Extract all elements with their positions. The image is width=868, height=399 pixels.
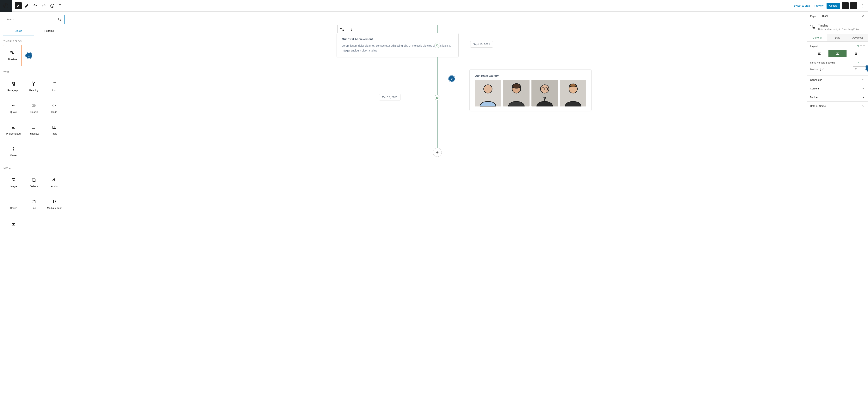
block-item-quote[interactable]: Quote [3, 97, 24, 119]
list-icon [52, 81, 57, 86]
block-item-code[interactable]: Code [44, 97, 64, 119]
heading-icon [31, 81, 36, 86]
close-inserter-button[interactable] [15, 2, 22, 9]
block-item-verse[interactable]: Verse [3, 141, 24, 162]
block-item-list[interactable]: List [44, 76, 64, 97]
tab-page[interactable]: Page [807, 11, 819, 21]
classic-icon [31, 103, 36, 108]
desktop-spacing-input[interactable] [853, 66, 865, 72]
sidebar-tabs: Page Block [807, 11, 868, 21]
block-item-timeline[interactable]: Timeline [3, 45, 22, 66]
section-heading-timeline: TIMELINE BLOCK [3, 40, 64, 42]
align-left-button[interactable] [810, 50, 829, 57]
device-desktop-icon [857, 62, 859, 63]
search-icon [58, 18, 61, 21]
svg-rect-16 [33, 179, 35, 181]
editor-topbar: Switch to draft Preview Update [0, 0, 868, 11]
timeline-marker-1[interactable] [435, 42, 440, 48]
quote-icon [11, 103, 16, 108]
block-type-button[interactable] [338, 25, 347, 33]
more-options-button[interactable] [859, 2, 866, 9]
chevron-down-icon [862, 96, 865, 99]
switch-to-draft-button[interactable]: Switch to draft [792, 3, 811, 9]
timeline-card-2[interactable]: Our Team Gallery [469, 69, 591, 111]
tab-patterns[interactable]: Patterns [34, 27, 65, 35]
preview-button[interactable]: Preview [813, 3, 825, 9]
block-item-video[interactable] [3, 215, 24, 237]
svg-rect-13 [12, 126, 15, 128]
gallery-image[interactable] [503, 80, 530, 106]
inserter-tabs: Blocks Patterns [3, 27, 64, 35]
align-right-button[interactable] [847, 50, 865, 57]
block-item-audio[interactable]: Audio [44, 172, 64, 193]
block-item-media-text[interactable]: Media & Text [44, 193, 64, 215]
svg-rect-17 [12, 200, 15, 203]
accordion-marker[interactable]: Marker [807, 93, 868, 102]
block-card-title: Timeline [818, 24, 860, 27]
block-item-heading[interactable]: Heading [24, 76, 44, 97]
callout-bubble-3: 3 [865, 65, 868, 71]
block-item-paragraph[interactable]: Paragraph [3, 76, 24, 97]
gallery-image[interactable] [475, 80, 501, 106]
team-gallery [475, 80, 586, 106]
tools-button[interactable] [23, 2, 30, 9]
media-text-icon [52, 199, 57, 204]
undo-button[interactable] [32, 2, 39, 9]
device-tablet-icon [860, 45, 862, 47]
block-card-description: Build timeline easily in Gutenberg Edito… [818, 28, 860, 31]
callout-bubble-2: 2 [448, 75, 455, 82]
block-item-preformatted[interactable]: Preformatted [3, 119, 24, 141]
subtab-general[interactable]: General [807, 34, 827, 41]
cover-icon [11, 199, 16, 204]
update-button[interactable]: Update [827, 3, 840, 9]
close-sidebar-button[interactable] [861, 14, 868, 19]
block-toolbar [337, 25, 356, 33]
svg-rect-25 [436, 45, 438, 46]
video-icon [11, 222, 16, 227]
block-item-file[interactable]: File [24, 193, 44, 215]
timeline-date-2[interactable]: Oct 12, 2021 [379, 94, 401, 100]
outline-button[interactable] [57, 2, 64, 9]
editor-canvas[interactable]: Our First Achievement Lorem ipsum dolor … [68, 11, 807, 399]
subtab-style[interactable]: Style [827, 34, 848, 41]
desktop-px-label: Desktop (px) [810, 68, 825, 71]
block-settings-tabs: General Style Advanced [807, 34, 868, 42]
jetpack-button[interactable] [850, 2, 857, 9]
search-input[interactable] [6, 18, 58, 21]
settings-button[interactable] [842, 2, 848, 9]
redo-button[interactable] [40, 2, 47, 9]
timeline-date-1[interactable]: Sept 10, 2021 [470, 41, 493, 47]
wordpress-logo[interactable] [0, 0, 11, 11]
accordion-connector[interactable]: Connector [807, 75, 868, 84]
block-item-cover[interactable]: Cover [3, 193, 24, 215]
block-item-table[interactable]: Table [44, 119, 64, 141]
accordion-date-name[interactable]: Date or Name [807, 102, 868, 110]
spacing-label: Items Vertical Spacing [810, 61, 835, 64]
gallery-image[interactable] [560, 80, 587, 106]
timeline-marker-2[interactable] [435, 95, 440, 100]
responsive-toggle[interactable] [857, 45, 865, 47]
device-tablet-icon [860, 62, 862, 63]
align-center-button[interactable] [829, 50, 847, 57]
block-item-pullquote[interactable]: Pullquote [24, 119, 44, 141]
details-button[interactable] [49, 2, 56, 9]
device-mobile-icon [863, 45, 865, 47]
block-item-gallery[interactable]: Gallery [24, 172, 44, 193]
block-item-classic[interactable]: Classic [24, 97, 44, 119]
block-search-input[interactable] [3, 15, 64, 24]
block-more-button[interactable] [347, 25, 356, 33]
timeline-card-1[interactable]: Our First Achievement Lorem ipsum dolor … [337, 33, 459, 57]
timeline-block-icon [10, 51, 15, 55]
device-desktop-icon [857, 45, 859, 47]
accordion-content[interactable]: Content [807, 84, 868, 93]
block-item-image[interactable]: Image [3, 172, 24, 193]
gallery-image[interactable] [531, 80, 558, 106]
svg-rect-34 [813, 28, 815, 29]
add-timeline-item-button[interactable] [433, 148, 442, 157]
subtab-advanced[interactable]: Advanced [848, 34, 868, 41]
layout-section: 3 Layout Items Vertical Spacing Desktop … [807, 42, 868, 75]
tab-block[interactable]: Block [819, 11, 831, 21]
tab-blocks[interactable]: Blocks [3, 27, 34, 35]
responsive-toggle[interactable] [857, 62, 865, 63]
svg-point-23 [351, 29, 352, 30]
